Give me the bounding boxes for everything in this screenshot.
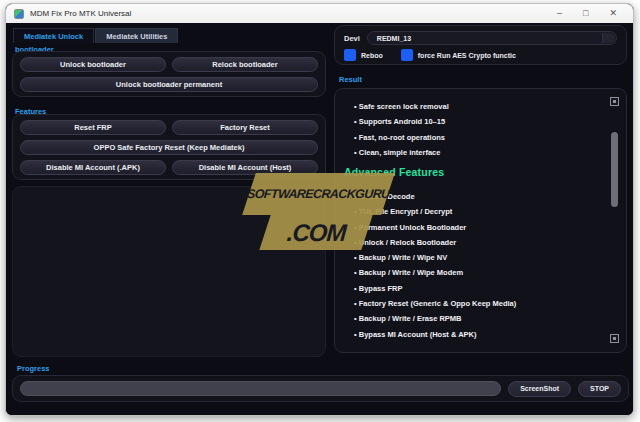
app-window: MDM Fix Pro MTK Universal – □ ✕ Mediatek…	[5, 3, 634, 416]
watermark-banner: SOFTWARECRACKGURU	[242, 173, 395, 215]
force-aes-crypto-label: force Run AES Crypto functic	[418, 52, 516, 59]
disable-mi-account-apk-button[interactable]: Disable MI Account (.APK)	[20, 160, 166, 175]
list-item: Factory Reset (Generic & Oppo Keep Media…	[354, 299, 516, 314]
list-item: Unlock / Relock Bootloader	[354, 238, 516, 253]
unlock-bootloader-button[interactable]: Unlock bootloader	[20, 57, 166, 72]
result-intro-list: Safe screen lock removal Supports Androi…	[354, 102, 449, 163]
list-item: Backup / Write / Erase RPMB	[354, 314, 516, 329]
title-bar: MDM Fix Pro MTK Universal – □ ✕	[6, 4, 633, 23]
app-icon	[14, 9, 24, 19]
list-item: Bypass FRP	[354, 284, 516, 299]
list-item: Bypass MI Account (Host & APK)	[354, 330, 516, 345]
minimize-icon[interactable]: –	[557, 9, 562, 18]
list-item: Supports Android 10–15	[354, 117, 449, 132]
progress-bar	[20, 381, 501, 396]
force-aes-crypto-checkbox[interactable]	[401, 49, 413, 61]
list-item: Safe screen lock removal	[354, 102, 449, 117]
list-item: Backup / Write / Wipe Modem	[354, 268, 516, 283]
screenshot-button[interactable]: ScreenShot	[508, 381, 571, 397]
reset-frp-button[interactable]: Reset FRP	[20, 120, 166, 135]
list-item: Backup / Write / Wipe NV	[354, 253, 516, 268]
chevron-down-icon[interactable]	[602, 33, 615, 43]
result-box: Safe screen lock removal Supports Androi…	[334, 88, 627, 353]
progress-group: ScreenShot STOP	[12, 375, 629, 402]
window-controls: – □ ✕	[557, 9, 625, 18]
close-icon[interactable]: ✕	[609, 9, 617, 18]
progress-section-label: Progress	[17, 364, 50, 373]
main-content: Mediatek Unlock Mediatek Utilities bootl…	[6, 23, 633, 415]
maximize-icon[interactable]: □	[583, 9, 588, 18]
device-selected-value: REDMI_13	[368, 35, 411, 42]
device-select[interactable]: REDMI_13	[367, 31, 617, 45]
bootloader-group: Unlock bootloader Relock bootloader Unlo…	[12, 51, 326, 97]
stop-button[interactable]: STOP	[578, 381, 621, 397]
factory-reset-button[interactable]: Factory Reset	[172, 120, 318, 135]
tab-mediatek-unlock[interactable]: Mediatek Unlock	[13, 28, 94, 43]
scrollbar-thumb[interactable]	[611, 132, 618, 207]
list-item: Permanent Unlock Bootloader	[354, 223, 516, 238]
unlock-bootloader-permanent-button[interactable]: Unlock bootloader permanent	[20, 77, 318, 92]
tab-bar: Mediatek Unlock Mediatek Utilities	[13, 28, 179, 43]
scroll-down-icon[interactable]	[610, 334, 619, 343]
tab-mediatek-utilities[interactable]: Mediatek Utilities	[95, 28, 178, 43]
watermark-text-line1: SOFTWARECRACKGURU	[247, 187, 391, 201]
list-item: Fast, no-root operations	[354, 133, 449, 148]
device-group: Devi REDMI_13 Reboo force Run AES Crypto…	[334, 25, 627, 65]
device-label: Devi	[344, 34, 360, 43]
features-group: Reset FRP Factory Reset OPPO Safe Factor…	[12, 114, 326, 180]
scroll-up-icon[interactable]	[610, 97, 619, 106]
watermark-banner: .COM	[259, 215, 372, 250]
relock-bootloader-button[interactable]: Relock bootloader	[172, 57, 318, 72]
oppo-safe-factory-reset-button[interactable]: OPPO Safe Factory Reset (Keep Mediatek)	[20, 140, 318, 155]
window-title: MDM Fix Pro MTK Universal	[30, 9, 131, 18]
reboot-checkbox-label: Reboo	[361, 52, 383, 59]
reboot-checkbox[interactable]	[344, 49, 356, 61]
result-section-label: Result	[339, 75, 362, 84]
watermark-text-line2: .COM	[286, 219, 347, 247]
list-item: Clean, simple interface	[354, 148, 449, 163]
